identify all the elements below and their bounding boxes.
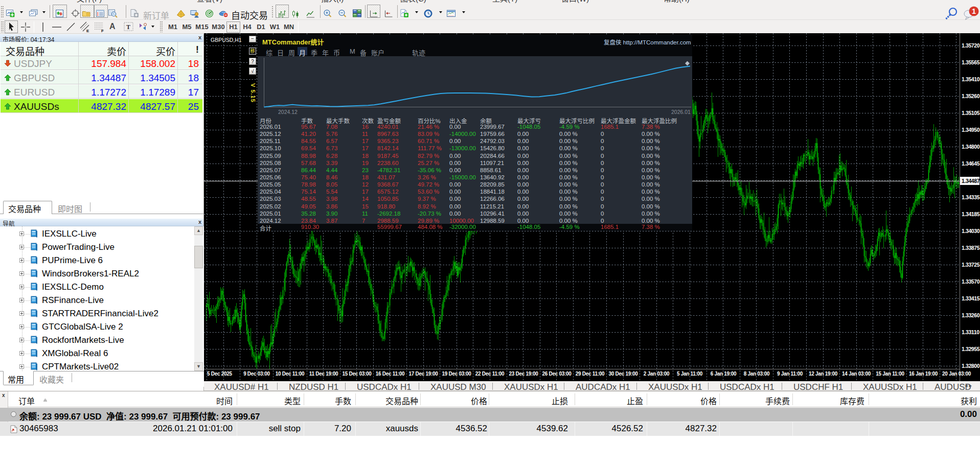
svg-text:10 Dec 11:00: 10 Dec 11:00 [276,371,305,377]
svg-text:6 Jan 19:00: 6 Jan 19:00 [711,371,737,377]
svg-text:23 Dec 19:00: 23 Dec 19:00 [509,371,538,377]
svg-text:1.32955: 1.32955 [962,346,980,352]
svg-text:11 Dec 19:00: 11 Dec 19:00 [309,371,338,377]
svg-text:T: T [126,24,130,31]
svg-text:5 Jan 11:00: 5 Jan 11:00 [677,371,703,377]
svg-text:5 Dec 2025: 5 Dec 2025 [207,371,232,377]
svg-text:16 Dec 11:00: 16 Dec 11:00 [376,371,405,377]
svg-text:16 Jan 19:00: 16 Jan 19:00 [909,371,938,377]
svg-text:2 Jan 03:00: 2 Jan 03:00 [644,371,670,377]
svg-text:E: E [86,29,89,33]
svg-text:1.34950: 1.34950 [962,127,980,133]
svg-text:20 Jan 03:00: 20 Jan 03:00 [942,371,971,377]
svg-text:22 Dec 11:00: 22 Dec 11:00 [475,371,505,377]
svg-text:9 Dec 03:00: 9 Dec 03:00 [243,371,270,377]
svg-text:F: F [101,29,104,33]
svg-text:1.33875: 1.33875 [962,245,980,251]
svg-text:1.35565: 1.35565 [962,59,980,65]
svg-text:26 Dec 03:00: 26 Dec 03:00 [542,371,572,377]
svg-text:29 Dec 11:00: 29 Dec 11:00 [576,371,605,377]
svg-text:17 Dec 19:00: 17 Dec 19:00 [408,371,438,377]
svg-text:1.33725: 1.33725 [962,262,980,268]
svg-text:12 Jan 19:00: 12 Jan 19:00 [809,371,838,377]
svg-text:1.33570: 1.33570 [962,278,980,285]
svg-text:1.35105: 1.35105 [962,110,980,116]
svg-text:1.34800: 1.34800 [962,144,980,150]
svg-text:1.34335: 1.34335 [962,194,980,200]
svg-text:19 Dec 03:00: 19 Dec 03:00 [442,371,471,377]
svg-text:1.33415: 1.33415 [962,295,980,301]
svg-text:9 Jan 11:00: 9 Jan 11:00 [777,371,803,377]
svg-text:14 Jan 03:00: 14 Jan 03:00 [842,371,871,377]
svg-text:1.34030: 1.34030 [962,228,980,234]
svg-text:1.35720: 1.35720 [962,42,980,49]
svg-text:1.34487: 1.34487 [962,178,980,184]
svg-text:15 Jan 11:00: 15 Jan 11:00 [876,371,904,377]
svg-text:1.35260: 1.35260 [962,93,980,99]
svg-text:1.33260: 1.33260 [962,312,980,318]
svg-text:8 Jan 03:00: 8 Jan 03:00 [744,371,770,377]
svg-text:1.33110: 1.33110 [962,329,979,335]
svg-text:15 Dec 03:00: 15 Dec 03:00 [342,371,372,377]
svg-text:1.32800: 1.32800 [962,363,980,369]
svg-text:30 Dec 19:00: 30 Dec 19:00 [608,371,638,377]
svg-text:1.35410: 1.35410 [962,76,980,82]
svg-text:1: 1 [972,7,976,15]
svg-text:1.34185: 1.34185 [962,211,980,217]
svg-text:1.34645: 1.34645 [962,160,980,167]
